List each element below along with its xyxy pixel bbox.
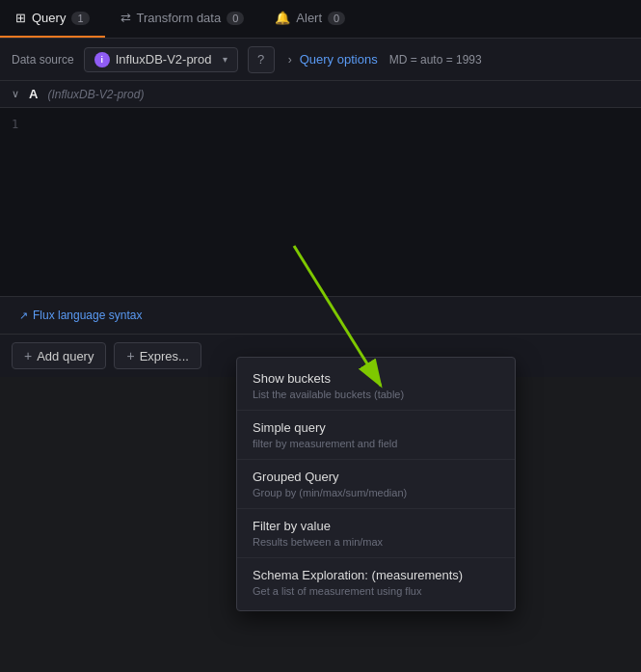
dropdown-item-0[interactable]: Show buckets List the available buckets …: [237, 362, 515, 411]
query-options-label[interactable]: Query options: [300, 52, 378, 67]
arrow-right-icon: ›: [288, 53, 292, 67]
tab-alert[interactable]: 🔔 Alert 0: [259, 0, 361, 38]
add-expression-button[interactable]: + Expres...: [114, 342, 200, 369]
add-query-label: Add query: [37, 349, 93, 363]
tab-transform-label: Transform data: [137, 11, 222, 25]
query-letter: A: [29, 87, 38, 101]
code-editor[interactable]: 1: [0, 108, 641, 296]
add-query-button[interactable]: + Add query: [12, 342, 106, 369]
tab-alert-label: Alert: [296, 11, 322, 25]
dropdown-item-2[interactable]: Grouped Query Group by (min/max/sum/medi…: [237, 460, 515, 509]
info-icon: ?: [257, 52, 264, 67]
dropdown-item-title-4: Schema Exploration: (measurements): [253, 568, 499, 582]
query-options-area: › Query options MD = auto = 1993: [288, 52, 482, 67]
add-expression-label: Expres...: [140, 349, 189, 363]
db-name: (InfluxDB-V2-prod): [47, 88, 144, 101]
plus-icon: +: [24, 348, 32, 363]
flux-syntax-link[interactable]: ↗ Flux language syntax: [12, 305, 149, 326]
transform-tab-icon: ⇄: [120, 11, 131, 25]
query-row: ∨ A (InfluxDB-V2-prod): [0, 81, 641, 108]
dropdown-item-desc-1: filter by measurement and field: [253, 438, 499, 449]
dropdown-item-title-1: Simple query: [253, 420, 499, 435]
dropdown-item-title-0: Show buckets: [253, 371, 499, 386]
tab-query-badge: 1: [71, 12, 89, 25]
query-dropdown: Show buckets List the available buckets …: [236, 357, 516, 611]
chevron-down-icon: ▾: [223, 54, 227, 65]
dropdown-item-3[interactable]: Filter by value Results between a min/ma…: [237, 509, 515, 558]
dropdown-item-4[interactable]: Schema Exploration: (measurements) Get a…: [237, 558, 515, 606]
query-tab-icon: ⊞: [15, 11, 26, 25]
line-number: 1: [0, 116, 641, 133]
plus-icon-2: +: [126, 348, 134, 363]
tab-query-label: Query: [32, 11, 66, 25]
dropdown-item-desc-3: Results between a min/max: [253, 536, 499, 548]
tab-bar: ⊞ Query 1 ⇄ Transform data 0 🔔 Alert 0: [0, 0, 641, 39]
flux-syntax-label: Flux language syntax: [33, 309, 142, 322]
datasource-label: Data source: [12, 53, 74, 67]
bottom-toolbar: ↗ Flux language syntax: [0, 296, 641, 334]
dropdown-item-1[interactable]: Simple query filter by measurement and f…: [237, 411, 515, 460]
datasource-value: InfluxDB-V2-prod: [116, 52, 212, 67]
editor-area: ∨ A (InfluxDB-V2-prod) 1: [0, 81, 641, 296]
dropdown-item-title-2: Grouped Query: [253, 470, 499, 484]
alert-tab-icon: 🔔: [275, 11, 290, 25]
dropdown-item-desc-0: List the available buckets (table): [253, 389, 499, 400]
tab-transform[interactable]: ⇄ Transform data 0: [105, 0, 260, 38]
external-link-icon: ↗: [19, 309, 28, 322]
tab-alert-badge: 0: [328, 12, 345, 25]
tab-query[interactable]: ⊞ Query 1: [0, 0, 105, 38]
md-info-label: MD = auto = 1993: [389, 53, 482, 67]
dropdown-item-desc-2: Group by (min/max/sum/median): [253, 487, 499, 498]
influxdb-icon: i: [94, 52, 110, 67]
dropdown-item-desc-4: Get a list of measurement using flux: [253, 585, 499, 597]
datasource-select[interactable]: i InfluxDB-V2-prod ▾: [84, 47, 238, 72]
collapse-icon[interactable]: ∨: [12, 88, 19, 100]
tab-transform-badge: 0: [227, 12, 244, 25]
info-button[interactable]: ?: [248, 46, 275, 73]
datasource-bar: Data source i InfluxDB-V2-prod ▾ ? › Que…: [0, 39, 641, 81]
dropdown-item-title-3: Filter by value: [253, 519, 499, 533]
